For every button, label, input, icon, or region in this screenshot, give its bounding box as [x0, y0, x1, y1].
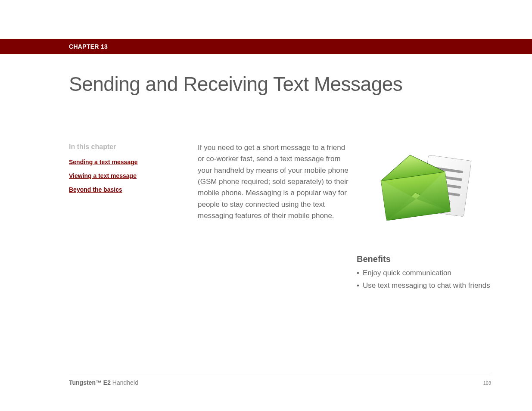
footer: Tungsten™ E2 Handheld 103 — [69, 379, 491, 386]
link-sending-text-message[interactable]: Sending a text message — [69, 159, 172, 165]
product-name-bold: Tungsten™ E2 — [69, 379, 111, 386]
envelope-icon — [375, 146, 478, 228]
benefit-item: Use text messaging to chat with friends — [357, 281, 490, 291]
sidebar-heading: In this chapter — [69, 143, 172, 151]
product-name-rest: Handheld — [111, 379, 138, 386]
envelope-illustration — [375, 146, 478, 228]
page-number: 103 — [483, 380, 491, 386]
page-title: Sending and Receiving Text Messages — [69, 72, 402, 96]
intro-paragraph: If you need to get a short message to a … — [198, 142, 348, 221]
benefits-list: Enjoy quick communication Use text messa… — [357, 268, 490, 291]
footer-rule — [69, 375, 491, 375]
product-name: Tungsten™ E2 Handheld — [69, 379, 138, 386]
benefits-heading: Benefits — [357, 254, 490, 264]
link-viewing-text-message[interactable]: Viewing a text message — [69, 172, 172, 179]
chapter-bar: CHAPTER 13 — [0, 39, 532, 54]
benefit-item: Enjoy quick communication — [357, 268, 490, 278]
sidebar: In this chapter Sending a text message V… — [69, 143, 172, 200]
chapter-label: CHAPTER 13 — [69, 43, 108, 50]
link-beyond-basics[interactable]: Beyond the basics — [69, 186, 172, 193]
benefits-section: Benefits Enjoy quick communication Use t… — [357, 254, 490, 293]
